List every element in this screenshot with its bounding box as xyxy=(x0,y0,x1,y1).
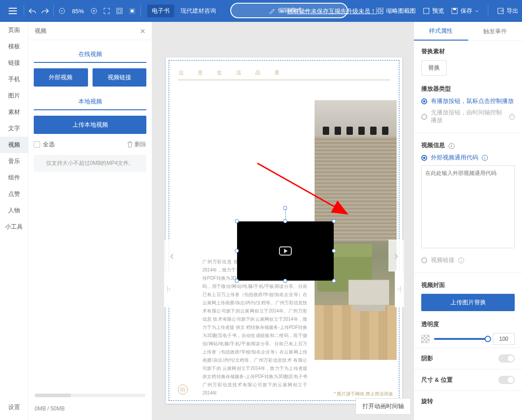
video-link-option[interactable]: 视频链接 i xyxy=(421,256,515,264)
preview-button[interactable]: 预览 xyxy=(423,7,444,15)
player-opt-no-button[interactable]: 无播放按钮，由时间轴控制播放 i xyxy=(421,109,515,124)
select-all-label: 全选 xyxy=(43,140,55,149)
svg-rect-12 xyxy=(453,8,456,10)
info-icon[interactable]: i xyxy=(482,155,488,161)
zoom-level[interactable]: 85% xyxy=(68,8,88,15)
resize-handle[interactable] xyxy=(235,279,239,283)
nav-like[interactable]: 点赞 xyxy=(0,186,28,202)
save-icon xyxy=(451,8,458,14)
nav-person[interactable]: 人物 xyxy=(0,202,28,219)
opacity-slider[interactable] xyxy=(434,338,488,340)
redo-icon[interactable] xyxy=(39,5,52,17)
nav-template[interactable]: 模板 xyxy=(0,38,28,55)
document-title: 现代建材咨询 xyxy=(181,7,216,15)
zoom-in-icon[interactable] xyxy=(88,5,100,17)
menu-icon[interactable] xyxy=(4,8,22,14)
next-page-button[interactable]: › xyxy=(388,240,404,271)
bound1-icon[interactable] xyxy=(113,5,126,17)
ebook-tag[interactable]: 电子书 xyxy=(147,5,174,17)
nav-text[interactable]: 文字 xyxy=(0,120,28,137)
nav-settings[interactable]: 设置 xyxy=(0,399,28,415)
thumbnail-icon xyxy=(376,8,383,14)
nav-widget[interactable]: 组件 xyxy=(0,169,28,186)
panel-title: 视频 xyxy=(35,27,47,35)
fit-icon[interactable] xyxy=(100,5,113,17)
zoom-out-icon[interactable] xyxy=(56,5,68,17)
resize-handle[interactable] xyxy=(235,249,239,253)
undo-icon[interactable] xyxy=(26,5,39,17)
opacity-value[interactable]: 100 xyxy=(493,333,515,345)
resize-handle[interactable] xyxy=(332,219,336,223)
tab-online-video[interactable]: 在线视频 xyxy=(34,46,146,63)
video-link-button[interactable]: 视频链接 xyxy=(93,68,147,87)
nav-tool[interactable]: 小工具 xyxy=(0,219,28,235)
open-timeline-button[interactable]: 打开动画时间轴 xyxy=(356,398,411,415)
edit-icon xyxy=(269,7,275,14)
close-icon[interactable]: × xyxy=(140,26,145,36)
panel-scrollbar[interactable] xyxy=(35,394,145,397)
nav-asset[interactable]: 素材 xyxy=(0,104,28,120)
select-all-checkbox[interactable] xyxy=(34,141,40,148)
upload-cover-button[interactable]: 上传图片替换 xyxy=(421,294,515,311)
shadow-row[interactable]: 阴影 xyxy=(414,348,522,369)
resize-handle[interactable] xyxy=(283,219,287,223)
resize-handle[interactable] xyxy=(332,279,336,283)
video-cover-title: 视频封面 xyxy=(421,281,515,289)
info-icon[interactable]: i xyxy=(458,257,464,263)
info-icon[interactable]: i xyxy=(449,143,455,149)
replace-title: 替换素材 xyxy=(421,47,515,56)
radio-icon xyxy=(421,155,427,161)
prev-page-button[interactable]: ‹ xyxy=(164,240,180,271)
tab-local-video[interactable]: 本地视频 xyxy=(34,93,146,110)
resize-handle[interactable] xyxy=(235,219,239,223)
export-button[interactable]: 导出 xyxy=(497,7,518,15)
resize-handle[interactable] xyxy=(283,279,287,283)
play-icon xyxy=(279,246,292,256)
video-code-textarea[interactable] xyxy=(421,165,515,248)
delete-button[interactable]: 删除 xyxy=(127,140,146,149)
thumbnail-button[interactable]: 缩略图截图 xyxy=(376,7,416,15)
upload-local-video-button[interactable]: 上传本地视频 xyxy=(34,116,146,134)
nav-mobile[interactable]: 手机 xyxy=(0,71,28,87)
resize-handle[interactable] xyxy=(332,249,336,253)
bound2-icon[interactable] xyxy=(126,5,139,17)
trash-icon xyxy=(127,141,133,148)
nav-page[interactable]: 页面 xyxy=(0,22,28,38)
page-heading: 注 意 生 活 品 质 xyxy=(178,69,390,80)
radio-icon xyxy=(421,257,427,263)
storage-usage: 0MB / 50MB xyxy=(35,405,65,412)
rotate-handle[interactable] xyxy=(283,206,287,210)
size-position-row[interactable]: 尺寸 & 位置 xyxy=(414,369,522,390)
save-hint[interactable]: 所有操作未保存互揭先升级未员！ xyxy=(287,7,376,15)
info-icon[interactable]: i xyxy=(509,114,515,120)
page[interactable]: 注 意 生 活 品 质 * 图片源于网络,禁止商业用途 广州万彩信息 技术有限公… xyxy=(166,57,402,404)
tab-event[interactable]: 触发事件 xyxy=(468,22,522,41)
shadow-toggle[interactable] xyxy=(498,354,515,363)
video-code-option[interactable]: 外部视频通用代码 i xyxy=(421,154,515,162)
tab-style[interactable]: 样式属性 xyxy=(414,22,468,41)
svg-rect-6 xyxy=(376,8,379,10)
left-nav: 页面 模板 链接 手机 图片 素材 文字 视频 音乐 组件 点赞 人物 小工具 … xyxy=(0,22,28,420)
preview-icon xyxy=(423,8,429,14)
save-button[interactable]: 保存 xyxy=(451,7,479,15)
nav-music[interactable]: 音乐 xyxy=(0,153,28,169)
player-opt-with-button[interactable]: 有播放按钮，鼠标点击控制播放 xyxy=(421,97,515,105)
image-caption: * 图片源于网络,禁止商业用途 xyxy=(334,391,393,397)
player-type-title: 播放器类型 xyxy=(421,85,515,93)
sizepos-toggle[interactable] xyxy=(498,376,515,384)
rotate-row: 旋转 xyxy=(414,390,522,412)
video-panel: 视频 × 在线视频 外部视频 视频链接 本地视频 上传本地视频 全选 删除 仅支… xyxy=(28,22,152,420)
nav-video[interactable]: 视频 xyxy=(0,137,28,153)
nav-link[interactable]: 链接 xyxy=(0,55,28,71)
radio-icon xyxy=(421,98,427,104)
video-info-title: 视频信息 i xyxy=(421,141,515,149)
canvas[interactable]: 注 意 生 活 品 质 * 图片源于网络,禁止商业用途 广州万彩信息 技术有限公… xyxy=(152,22,413,420)
video-element[interactable] xyxy=(237,221,334,281)
svg-rect-10 xyxy=(424,8,429,14)
first-page-button[interactable]: |‹ xyxy=(164,271,173,307)
external-video-button[interactable]: 外部视频 xyxy=(34,68,88,87)
nav-image[interactable]: 图片 xyxy=(0,87,28,104)
properties-panel: 样式属性 触发事件 替换素材 替换 播放器类型 有播放按钮，鼠标点击控制播放 无… xyxy=(413,22,522,420)
replace-button[interactable]: 替换 xyxy=(421,60,447,76)
last-page-button[interactable]: ›| xyxy=(395,271,404,307)
